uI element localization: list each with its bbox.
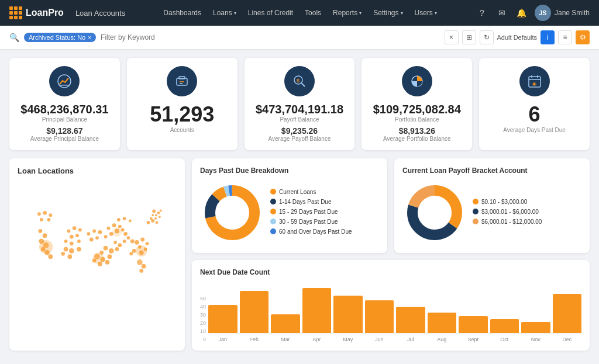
bar-group — [365, 286, 394, 333]
notification-icon[interactable]: 🔔 — [515, 6, 529, 20]
bar[interactable] — [459, 316, 488, 333]
svg-point-49 — [109, 248, 114, 254]
svg-point-15 — [152, 210, 156, 213]
legend-60-over-text: 60 and Over Days Past Due — [279, 228, 352, 235]
main-content: $468,236,870.31 Principal Balance $9,128… — [0, 50, 599, 359]
nav-reports[interactable]: Reports ▾ — [328, 6, 366, 19]
next-due-date-card: Next Due Date Count 50403020100 JanFebMa… — [192, 260, 590, 351]
bar[interactable] — [490, 319, 519, 333]
list-view-button[interactable]: ≡ — [558, 30, 572, 44]
info-button[interactable]: i — [541, 30, 555, 44]
nav-loans[interactable]: Loans ▾ — [208, 6, 241, 19]
logo[interactable]: LoanPro — [9, 6, 64, 19]
legend-1-14-text: 1-14 Days Past Due — [279, 198, 332, 206]
config-button[interactable]: ⚙ — [576, 30, 590, 44]
bar-group — [302, 286, 332, 333]
svg-point-96 — [112, 228, 122, 237]
dpd-legend: Current Loans 1-14 Days Past Due 15 - 29… — [270, 188, 352, 238]
svg-point-26 — [135, 240, 139, 245]
bottom-section: Loan Locations — [9, 158, 590, 351]
bar[interactable] — [302, 288, 332, 333]
bar-label: Sept — [459, 337, 488, 342]
bar[interactable] — [208, 305, 237, 333]
bar[interactable] — [271, 314, 300, 333]
main-nav: Dashboards Loans ▾ Lines of Credit Tools… — [137, 6, 463, 19]
refresh-button[interactable]: ↻ — [480, 30, 494, 44]
search-icon: 🔍 — [9, 33, 19, 42]
svg-point-59 — [92, 230, 96, 233]
svg-point-45 — [117, 218, 121, 221]
svg-point-16 — [157, 212, 160, 214]
email-icon[interactable]: ✉ — [495, 6, 509, 20]
bar-group — [521, 286, 550, 333]
bar-label: Aug — [428, 337, 457, 342]
loan-locations-title: Loan Locations — [18, 167, 177, 175]
principal-sub-value: $9,128.67 — [46, 126, 82, 136]
nav-users[interactable]: Users ▾ — [410, 6, 442, 19]
avatar: JS — [535, 5, 551, 21]
filter-tag-text: Archived Status: No — [29, 34, 85, 41]
clear-button[interactable]: × — [445, 30, 459, 44]
days-past-due-icon: ◉ — [519, 66, 550, 96]
bar[interactable] — [365, 300, 394, 333]
legend-15-29-text: 15 - 29 Days Past Due — [279, 208, 338, 216]
nav-tools[interactable]: Tools — [300, 6, 326, 19]
svg-point-87 — [47, 218, 51, 221]
payoff-bracket-donut: $0.10 - $3,000.00 $3,000.01 - $6,000.00 … — [402, 181, 581, 245]
svg-point-44 — [104, 235, 108, 238]
payoff-value: $473,704,191.18 — [256, 102, 343, 116]
payoff-bracket-title: Current Loan Payoff Bracket Account — [402, 167, 581, 175]
bar[interactable] — [396, 307, 425, 333]
legend-6000-12000: $6,000.01 - $12,000.00 — [473, 218, 542, 226]
principal-label: Principal Balance — [42, 116, 87, 123]
accounts-icon — [167, 66, 197, 96]
bar[interactable] — [428, 313, 457, 333]
user-area[interactable]: JS Jane Smith — [535, 5, 590, 21]
filter-tag-remove[interactable]: × — [88, 34, 91, 41]
svg-point-62 — [95, 236, 99, 240]
bar[interactable] — [240, 291, 269, 333]
svg-point-71 — [64, 247, 68, 252]
portfolio-sub-label: Average Portfolio Balance — [383, 136, 450, 142]
y-axis: 50403020100 — [200, 296, 208, 342]
bar-chart-area — [208, 287, 581, 334]
grid-view-button[interactable]: ⊞ — [462, 30, 476, 44]
search-input[interactable] — [101, 33, 439, 41]
svg-point-77 — [43, 233, 47, 238]
bar[interactable] — [333, 296, 363, 333]
svg-point-93 — [39, 240, 53, 254]
filter-tag[interactable]: Archived Status: No × — [24, 33, 96, 42]
nav-dashboards[interactable]: Dashboards — [159, 6, 206, 19]
svg-text:◉: ◉ — [532, 81, 536, 86]
svg-point-91 — [113, 241, 117, 244]
svg-point-48 — [104, 246, 108, 251]
header: LoanPro Loan Accounts Dashboards Loans ▾… — [0, 0, 599, 26]
svg-rect-1 — [59, 85, 70, 86]
svg-point-72 — [69, 248, 74, 254]
bar[interactable] — [553, 294, 582, 333]
nav-lines-of-credit[interactable]: Lines of Credit — [243, 6, 298, 19]
help-icon[interactable]: ? — [475, 6, 489, 20]
payoff-icon: $ — [284, 66, 315, 96]
svg-point-52 — [107, 254, 112, 259]
bar[interactable] — [521, 322, 550, 333]
legend-current-text: Current Loans — [279, 188, 316, 196]
bar-group — [553, 286, 582, 333]
bar-label: Feb — [240, 337, 269, 342]
svg-point-63 — [67, 230, 71, 233]
svg-point-38 — [112, 223, 116, 227]
svg-point-43 — [123, 232, 128, 236]
svg-point-46 — [123, 217, 126, 220]
dpd-donut-svg — [200, 181, 264, 245]
svg-point-74 — [61, 252, 65, 256]
bar-group — [490, 286, 519, 333]
payoff-sub-label: Average Payoff Balance — [268, 136, 331, 142]
nav-settings[interactable]: Settings ▾ — [369, 6, 407, 19]
days-past-due-label: Average Days Past Due — [503, 127, 566, 133]
days-past-due-donut: Current Loans 1-14 Days Past Due 15 - 29… — [200, 181, 379, 245]
bar-group — [240, 286, 269, 333]
portfolio-icon — [402, 66, 432, 96]
svg-point-27 — [140, 238, 144, 242]
payoff-label: Payoff Balance — [280, 116, 319, 123]
bar-label: Dec — [553, 337, 582, 342]
